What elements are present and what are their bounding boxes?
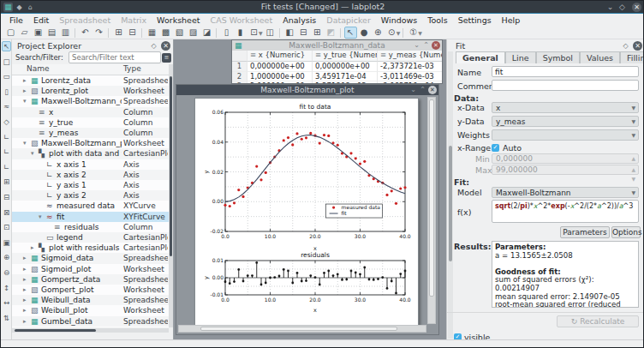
tab-symbol[interactable]: Symbol [536, 51, 580, 63]
menu-analysis[interactable]: Analysis [277, 15, 321, 26]
add-symbol-tool-icon[interactable]: ◇ [2, 117, 11, 127]
expand-icon[interactable]: ▸ [23, 86, 27, 96]
open-project-icon[interactable]: ▱ [18, 27, 31, 39]
tree-item-y-axis-1[interactable]: ∟y axis 1Axis [12, 180, 169, 190]
tree-item-y-meas[interactable]: ≡y_measColumn [12, 128, 169, 138]
shrink-tool-icon[interactable]: ⇅ [2, 313, 11, 323]
fit-to-data-plot[interactable]: fit to data0.010.020.030.040.0-0.020.000… [202, 100, 412, 253]
new-note-icon[interactable]: ▯ [220, 27, 233, 39]
save-project-icon[interactable]: ▣ [32, 27, 45, 39]
tree-item-legend[interactable]: ▭legendCartesianPlotLegend [12, 232, 169, 243]
undo-icon[interactable]: ↶ [79, 27, 92, 39]
row-number[interactable]: 3 [232, 81, 247, 83]
tree-item-sigmoid-plot[interactable]: ▸▧Sigmoid_plotWorksheet [12, 264, 169, 274]
tree-header-name[interactable]: Name [27, 64, 50, 73]
expand-horizontal-tool-icon[interactable]: ↔ [2, 297, 11, 308]
parameters-button[interactable]: Parameters [560, 226, 610, 238]
cell[interactable]: 2,000000e+00 [247, 81, 313, 83]
cell[interactable]: -8,963710e-04 [378, 81, 442, 83]
residuals-plot[interactable]: residuals0.010.020.030.040.0-0.010.000.0… [202, 251, 412, 315]
tab-general[interactable]: General [456, 51, 505, 63]
new-datapicker-icon[interactable]: ◪ [200, 27, 213, 39]
cell[interactable]: 0,000000e+00 [313, 62, 378, 72]
cell[interactable]: 1,371808e-03 [313, 81, 378, 83]
float-dock-icon[interactable]: ◇ [621, 41, 630, 51]
tree-item-lorentz-plot[interactable]: ▸▧Lorentz_plotWorksheet [12, 86, 169, 96]
cell[interactable]: -3,011469e-03 [378, 72, 442, 82]
close-button[interactable]: ✕ [632, 3, 641, 12]
tab-filling[interactable]: Filling [620, 51, 644, 63]
spreadsheet-grid[interactable]: ≡ x {Numeric}≡ y_true {Numeric}≡ y_meas … [232, 51, 442, 83]
worksheet-vertical-scrollbar[interactable] [427, 97, 436, 324]
minimize-button[interactable]: ⌄ [605, 2, 616, 13]
menu-settings[interactable]: Settings [453, 15, 497, 26]
worksheet-view[interactable]: fit to data0.010.020.030.040.0-0.020.000… [176, 95, 438, 334]
zoom-select-mode-icon[interactable]: ● [358, 27, 371, 39]
worksheet-window[interactable]: Maxwell-Boltzmann_plot ⌄ ⌃ ✕ fit to data… [176, 84, 439, 335]
worksheet-restore-icon[interactable]: ⌃ [418, 85, 427, 95]
new-notebook-icon[interactable]: ▨ [187, 27, 200, 39]
results-box[interactable]: Parameters:a = 13.1565±2.0508 Goodness o… [492, 241, 639, 308]
add-xy-curve-tool-icon[interactable]: ≈ [2, 101, 11, 111]
close-window-icon[interactable]: ◩ [325, 27, 337, 39]
zoom-in-tool-icon[interactable]: ⊞ [2, 177, 11, 187]
new-live-source-icon[interactable]: ◫ [264, 27, 277, 39]
expand-icon[interactable]: ▸ [23, 316, 27, 327]
new-workbook-icon[interactable]: ⊟ [126, 27, 139, 39]
import-data-dropdown-icon[interactable]: ▼ [259, 30, 263, 36]
tree-item-gumbel-plot[interactable]: ▸▧Gumbel_plotWorksheet [12, 327, 169, 327]
weights-combo[interactable]: ▼ [492, 129, 639, 141]
spreadsheet-window-titlebar[interactable]: ▦ Maxwell-Boltzmann_data ⌄ ⌃ ✕ [232, 40, 442, 51]
tree-item-gumbel-data[interactable]: ▸▦Gumbel_dataSpreadsheet [12, 316, 169, 327]
tree-item-plot-with-residuals[interactable]: ▸▚plot with residualsCartesianPlot [12, 243, 169, 253]
select-x-region-tool-icon[interactable]: ▭ [2, 71, 11, 81]
spreadsheet-restore-icon[interactable]: ⌃ [421, 40, 431, 51]
expand-vertical-tool-icon[interactable]: ↕ [2, 283, 11, 293]
tree-item-lorentz-data[interactable]: ▸▦Lorentz_dataSpreadsheet [12, 75, 169, 86]
cursor-mode-dropdown-icon[interactable]: ▼ [397, 30, 401, 36]
tree-item-plot-with-data-and-fit[interactable]: ▾▚plot with data and fitCartesianPlot [12, 148, 169, 159]
max-field[interactable]: 99,000000▲▼ [492, 165, 639, 175]
tree-item-y-axis-2[interactable]: ∟y axis 2Axis [12, 190, 169, 201]
tree-item-x[interactable]: ≡xColumn [12, 107, 169, 117]
column-header-y_true[interactable]: ≡ y_true {Numeric} [313, 51, 378, 62]
zoom-selection-tool-icon[interactable]: □ [2, 57, 11, 67]
new-spreadsheet-icon[interactable]: ▦ [146, 27, 158, 39]
print-icon[interactable]: ▤ [45, 27, 58, 39]
tree-item-fit[interactable]: ▾≈fitXYFitCurve [12, 212, 169, 222]
select-y-region-tool-icon[interactable]: ▯ [2, 87, 11, 97]
pointer-tool-icon[interactable]: ↖ [2, 41, 11, 51]
cell[interactable]: 3,459171e-04 [313, 72, 378, 82]
add-x-axis-tool-icon[interactable]: ∟ [2, 147, 11, 157]
tile-windows-icon[interactable]: ⊞ [311, 27, 324, 39]
dock-scrollbar[interactable] [448, 51, 453, 339]
tree-horizontal-scrollbar[interactable] [12, 328, 169, 333]
menu-windows[interactable]: Windows [376, 15, 422, 26]
print-preview-icon[interactable]: ▥ [59, 27, 72, 39]
worksheet-close-icon[interactable]: ✕ [428, 86, 437, 94]
tree-item-sigmoid-data[interactable]: ▸▦Sigmoid_dataSpreadsheet [12, 253, 169, 263]
filter-options-button[interactable]: ≡ [162, 53, 171, 63]
tree-item-measured-data[interactable]: ≈measured dataXYCurve [12, 201, 169, 211]
tree-item-maxwell-boltzmann-data[interactable]: ▾▦Maxwell-Boltzmann_dataSpreadsheet [12, 96, 169, 106]
new-project-icon[interactable]: ▢ [4, 27, 17, 39]
split-left-right-icon[interactable]: ◧ [283, 27, 296, 39]
zoom-fit-width-tool-icon[interactable]: ⊕ [2, 252, 11, 262]
worksheet-horizontal-scrollbar[interactable] [178, 325, 426, 333]
new-script-icon[interactable]: ▮ [234, 27, 247, 39]
column-header-y_meas[interactable]: ≡ y_meas {Numeric} [378, 51, 442, 62]
tab-values[interactable]: Values [580, 51, 620, 63]
tree-item-gompert-plot[interactable]: ▸▧Gompert_plotWorksheet [12, 285, 169, 295]
name-field[interactable] [492, 66, 639, 77]
zoom-fit-selection-tool-icon[interactable]: ▣ [2, 237, 11, 248]
expand-icon[interactable]: ▸ [23, 274, 27, 285]
tree-vertical-scrollbar[interactable] [169, 64, 173, 327]
auto-checkbox[interactable]: ✓ [492, 144, 499, 152]
cell[interactable]: 1,000000e+00 [247, 72, 313, 82]
worksheet-window-titlebar[interactable]: Maxwell-Boltzmann_plot ⌄ ⌃ ✕ [176, 85, 438, 95]
collapse-icon[interactable]: ▾ [23, 138, 27, 148]
new-worksheet-icon[interactable]: ▧ [173, 27, 186, 39]
add-axis-tool-icon[interactable]: ∟ [2, 132, 11, 142]
zoom-origin-tool-icon[interactable]: ⊠ [2, 207, 11, 218]
formula-editor[interactable]: sqrt(2/pi)*x^2*exp(-x^2/(2*a^2))/a^3 [492, 200, 639, 223]
